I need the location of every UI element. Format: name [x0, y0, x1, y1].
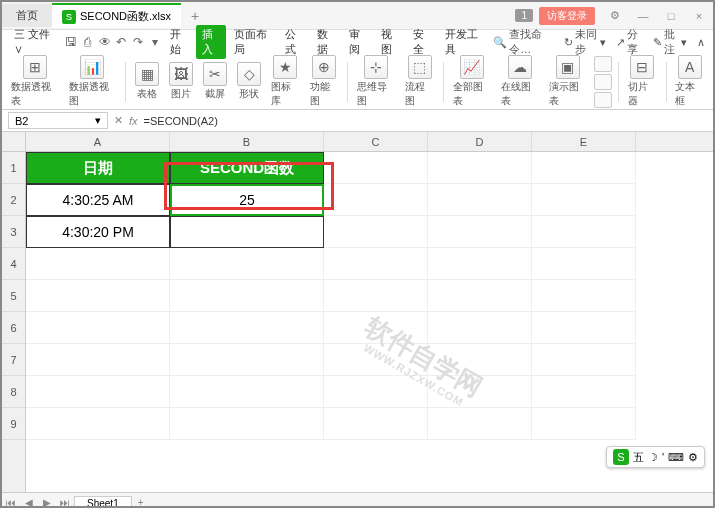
cell-b6[interactable] — [170, 312, 324, 344]
ime-keyboard-icon[interactable]: ⌨ — [668, 451, 684, 464]
cell-c9[interactable] — [324, 408, 428, 440]
qat-print-icon[interactable]: ⎙ — [80, 33, 95, 51]
qat-save-icon[interactable]: 🖫 — [64, 33, 79, 51]
cell-a6[interactable] — [26, 312, 170, 344]
cell-c6[interactable] — [324, 312, 428, 344]
cell-d7[interactable] — [428, 344, 532, 376]
sheet-prev-icon[interactable]: ◀ — [20, 497, 38, 508]
cell-e4[interactable] — [532, 248, 636, 280]
col-header-e[interactable]: E — [532, 132, 636, 151]
cell-d3[interactable] — [428, 216, 532, 248]
qat-redo-icon[interactable]: ↷ — [131, 33, 146, 51]
name-box[interactable]: B2▾ — [8, 112, 108, 129]
cell-c5[interactable] — [324, 280, 428, 312]
cell-a1[interactable]: 日期 — [26, 152, 170, 184]
col-header-c[interactable]: C — [324, 132, 428, 151]
ribbon-collapse-icon[interactable]: ∧ — [693, 36, 709, 49]
ribbon-sparkline-group[interactable] — [594, 56, 612, 108]
cell-e2[interactable] — [532, 184, 636, 216]
new-tab-button[interactable]: + — [181, 4, 209, 28]
cell-e8[interactable] — [532, 376, 636, 408]
cell-b1[interactable]: SECOND函数 — [170, 152, 324, 184]
ribbon-picture[interactable]: 🖼图片 — [166, 62, 196, 101]
ime-moon-icon[interactable]: ☽ — [648, 451, 658, 464]
col-header-d[interactable]: D — [428, 132, 532, 151]
ribbon-onlinechart[interactable]: ☁在线图表 — [498, 55, 542, 108]
ribbon-slicer[interactable]: ⊟切片器 — [625, 55, 660, 108]
qat-undo-icon[interactable]: ↶ — [114, 33, 129, 51]
menu-start[interactable]: 开始 — [164, 25, 194, 59]
cell-c8[interactable] — [324, 376, 428, 408]
cell-e6[interactable] — [532, 312, 636, 344]
cell-b3[interactable] — [170, 216, 324, 248]
dropdown-icon[interactable]: ▾ — [95, 114, 101, 127]
cell-a9[interactable] — [26, 408, 170, 440]
ribbon-shapes[interactable]: ◇形状 — [234, 62, 264, 101]
ribbon-textbox[interactable]: A文本框 — [672, 55, 707, 108]
cell-b5[interactable] — [170, 280, 324, 312]
cell-a5[interactable] — [26, 280, 170, 312]
row-header-8[interactable]: 8 — [2, 376, 25, 408]
share-button[interactable]: ↗分享 — [612, 27, 647, 57]
cell-d5[interactable] — [428, 280, 532, 312]
row-header-5[interactable]: 5 — [2, 280, 25, 312]
file-tab[interactable]: S SECOND函数.xlsx — [52, 3, 181, 28]
menu-insert[interactable]: 插入 — [196, 25, 226, 59]
row-header-7[interactable]: 7 — [2, 344, 25, 376]
cell-d4[interactable] — [428, 248, 532, 280]
ribbon-allcharts[interactable]: 📈全部图表 — [450, 55, 494, 108]
cell-d2[interactable] — [428, 184, 532, 216]
select-all-corner[interactable] — [2, 132, 26, 152]
row-header-9[interactable]: 9 — [2, 408, 25, 440]
menu-devtools[interactable]: 开发工具 — [439, 25, 487, 59]
cell-a4[interactable] — [26, 248, 170, 280]
col-header-b[interactable]: B — [170, 132, 324, 151]
cell-b7[interactable] — [170, 344, 324, 376]
qat-preview-icon[interactable]: 👁 — [97, 33, 112, 51]
sheet-next-icon[interactable]: ▶ — [38, 497, 56, 508]
file-menu[interactable]: 三 文件 ∨ — [6, 25, 62, 59]
minimize-button[interactable]: — — [629, 10, 657, 22]
row-header-4[interactable]: 4 — [2, 248, 25, 280]
menu-security[interactable]: 安全 — [407, 25, 437, 59]
ribbon-pivotchart[interactable]: 📊数据透视图 — [66, 55, 120, 108]
cell-e7[interactable] — [532, 344, 636, 376]
ime-settings-icon[interactable]: ⚙ — [688, 451, 698, 464]
cell-d9[interactable] — [428, 408, 532, 440]
ribbon-flowchart[interactable]: ⬚流程图 — [402, 55, 437, 108]
menu-view[interactable]: 视图 — [375, 25, 405, 59]
cell-b2[interactable]: 25 — [170, 184, 324, 216]
search-commands[interactable]: 🔍查找命令… — [489, 27, 555, 57]
home-tab[interactable]: 首页 — [2, 4, 52, 27]
ribbon-table[interactable]: ▦表格 — [132, 62, 162, 101]
fx-icon[interactable]: fx — [129, 115, 138, 127]
ribbon-iconlib[interactable]: ★图标库 — [268, 55, 303, 108]
cell-c2[interactable] — [324, 184, 428, 216]
cell-b9[interactable] — [170, 408, 324, 440]
row-header-6[interactable]: 6 — [2, 312, 25, 344]
cell-c3[interactable] — [324, 216, 428, 248]
cell-b4[interactable] — [170, 248, 324, 280]
add-sheet-button[interactable]: + — [132, 497, 150, 508]
ribbon-pivottable[interactable]: ⊞数据透视表 — [8, 55, 62, 108]
cell-a7[interactable] — [26, 344, 170, 376]
menu-review[interactable]: 审阅 — [343, 25, 373, 59]
close-button[interactable]: × — [685, 10, 713, 22]
sheet-last-icon[interactable]: ⏭ — [56, 497, 74, 508]
formula-input[interactable]: =SECOND(A2) — [138, 115, 713, 127]
ribbon-screenshot[interactable]: ✂截屏 — [200, 62, 230, 101]
cell-c1[interactable] — [324, 152, 428, 184]
cell-e5[interactable] — [532, 280, 636, 312]
cell-c7[interactable] — [324, 344, 428, 376]
cell-d6[interactable] — [428, 312, 532, 344]
cell-c4[interactable] — [324, 248, 428, 280]
ribbon-presentchart[interactable]: ▣演示图表 — [546, 55, 590, 108]
cell-d8[interactable] — [428, 376, 532, 408]
qat-more-icon[interactable]: ▾ — [148, 33, 163, 51]
ribbon-funcchart[interactable]: ⊕功能图 — [307, 55, 342, 108]
cell-e3[interactable] — [532, 216, 636, 248]
login-button[interactable]: 访客登录 — [539, 7, 595, 25]
sheet-first-icon[interactable]: ⏮ — [2, 497, 20, 508]
notification-badge[interactable]: 1 — [515, 9, 533, 22]
row-header-2[interactable]: 2 — [2, 184, 25, 216]
